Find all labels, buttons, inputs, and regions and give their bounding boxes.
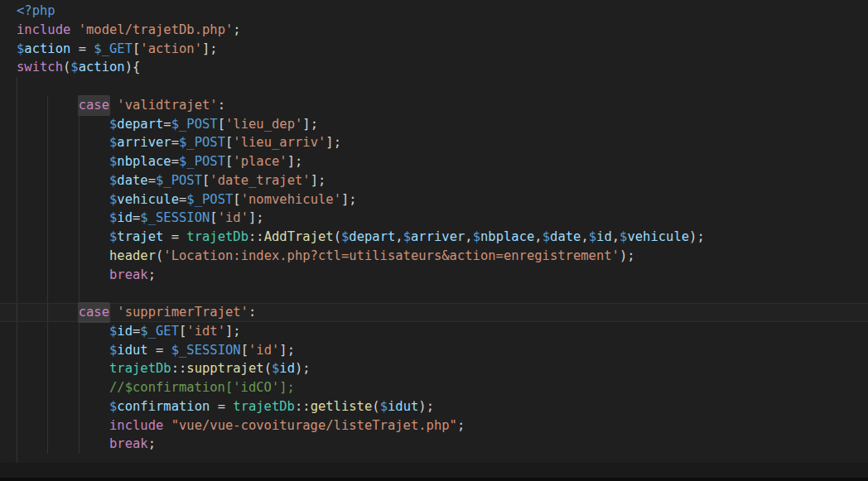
token-p: = [148,171,156,190]
token-sig: $ [109,397,117,416]
code-line-3[interactable]: $action = $_GET['action']; [0,40,868,59]
code-line-1[interactable]: <?php [0,2,868,21]
token-p: ]; [202,40,218,59]
code-line-10[interactable]: $date=$_POST['date_trajet']; [0,171,868,190]
code-editor[interactable]: <?phpinclude 'model/trajetDb.php';$actio… [0,0,868,481]
token-p: ]; [248,209,264,228]
token-sig: $_SESSION [171,341,241,360]
token-p: , [534,228,542,247]
token-str: 'nomvehicule' [241,190,341,209]
code-line-13[interactable]: $trajet = trajetDb::AddTrajet($depart,$a… [0,228,868,247]
code-line-11[interactable]: $vehicule=$_POST['nomvehicule']; [0,190,868,209]
token-sig: $ [109,228,117,247]
token-p: ]; [341,190,357,209]
token-sig: $_POST [186,190,233,209]
token-p [109,96,117,115]
code-line-9[interactable]: $nbplace=$_POST['place']; [0,152,868,171]
editor-bottom-edge [0,463,868,481]
token-p: = [163,228,186,247]
code-line-16[interactable] [0,284,868,303]
token-sig: $ [473,228,480,247]
token-str: "vue/vue-covoiturage/listeTrajet.php" [171,416,457,435]
code-line-2[interactable]: include 'model/trajetDb.php'; [0,21,868,40]
token-p: ; [457,416,465,435]
token-p: ( [372,397,379,416]
token-sig: $ [17,40,24,59]
token-str: 'action' [140,40,202,59]
token-p: , [465,228,472,247]
code-line-14[interactable]: header('Location:index.php?ctl=utilisate… [0,247,868,266]
token-p: :: [248,228,264,247]
code-line-8[interactable]: $arriver=$_POST['lieu_arriv']; [0,133,868,152]
token-var: id [596,228,612,247]
token-str: 'lieu_dep' [225,115,302,134]
token-sig: $_SESSION [140,209,210,228]
token-p: ]; [279,341,295,360]
token-sig: $ [620,228,627,247]
token-sig: $ [589,228,596,247]
code-line-4[interactable]: switch($action){ [0,58,868,77]
code-line-20[interactable]: trajetDb::supptrajet($id); [0,359,868,378]
code-line-6[interactable]: case 'validtrajet': [0,96,868,115]
token-var: depart [117,115,163,134]
token-p: [ [179,322,186,341]
token-p: , [395,228,403,247]
token-str: 'lieu_arriv' [233,133,326,152]
token-var: trajet [117,228,163,247]
code-line-23[interactable]: include "vue/vue-covoiturage/listeTrajet… [0,416,868,435]
code-line-5[interactable] [0,77,868,96]
token-p: ( [334,228,341,247]
token-fn: header [109,247,156,266]
token-p: :: [171,359,187,378]
code-line-21[interactable]: //$confirmation['idCO']; [0,378,868,397]
token-p: ]; [311,171,326,190]
token-p: = [171,152,179,171]
code-line-18[interactable]: $id=$_GET['idt']; [0,322,868,341]
token-p: ; [148,435,156,454]
token-kw: include [17,21,70,40]
token-var: action [24,40,70,59]
token-kw: break [109,266,148,285]
token-p: ); [620,247,635,266]
token-p: [ [225,133,233,152]
token-p: = [210,397,233,416]
token-sig: $_POST [156,171,202,190]
token-p: = [163,115,171,134]
token-p: ]; [287,152,303,171]
token-p [109,303,117,322]
token-p: : [248,303,256,322]
token-sig: $ [70,58,78,77]
token-sig: $ [109,322,117,341]
token-str: 'place' [233,152,287,171]
token-var: arriver [117,133,171,152]
token-p: [ [233,190,240,209]
token-str: 'id' [248,341,279,360]
token-sig: $_POST [179,152,225,171]
token-sig: $_GET [94,40,133,59]
token-sig: $ [542,228,550,247]
token-fn: supptrajet [186,359,263,378]
code-line-17[interactable]: case 'supprimerTrajet': [0,303,868,322]
code-line-12[interactable]: $id=$_SESSION['id']; [0,209,868,228]
token-p: ); [689,228,705,247]
token-var: nbplace [480,228,534,247]
highlighted-word: case [79,96,109,115]
token-sig: $ [109,209,117,228]
code-line-19[interactable]: $idut = $_SESSION['id']; [0,341,868,360]
token-p: = [179,190,186,209]
token-var: date [550,228,581,247]
token-p: = [133,322,140,341]
token-var: id [117,209,133,228]
code-lines[interactable]: <?phpinclude 'model/trajetDb.php';$actio… [0,2,868,473]
token-sig: $ [109,115,117,134]
token-var: idut [388,397,418,416]
code-line-22[interactable]: $confirmation = trajetDb::getliste($idut… [0,397,868,416]
token-p: ( [264,359,272,378]
code-line-7[interactable]: $depart=$_POST['lieu_dep']; [0,115,868,134]
token-var: nbplace [117,152,171,171]
code-line-15[interactable]: break; [0,266,868,285]
token-p: ]; [326,133,341,152]
token-str: 'date_trajet' [210,171,310,190]
token-sig: $ [109,190,117,209]
code-line-24[interactable]: break; [0,435,868,454]
